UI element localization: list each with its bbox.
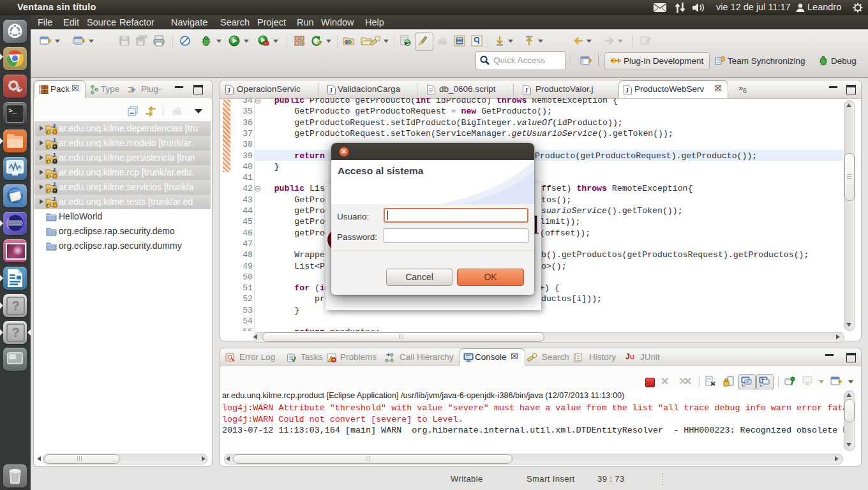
svg-text:!: !	[47, 204, 48, 208]
svg-text:J: J	[227, 87, 230, 94]
svg-text:*: *	[54, 159, 56, 164]
svg-text:J: J	[52, 138, 56, 144]
svg-text:J: J	[525, 87, 528, 94]
svg-text:*: *	[54, 188, 56, 193]
svg-text:J: J	[52, 182, 56, 188]
svg-text:J: J	[52, 152, 56, 158]
svg-text:J: J	[52, 197, 56, 202]
svg-text:J: J	[625, 87, 629, 94]
svg-text:!: !	[47, 145, 48, 149]
svg-text:!: !	[47, 160, 48, 164]
svg-text:!: !	[47, 174, 48, 179]
svg-text:J: J	[52, 167, 56, 173]
svg-text:!: !	[47, 189, 48, 193]
svg-text:*: *	[54, 144, 56, 149]
svg-text:!: !	[47, 130, 48, 135]
svg-text:J: J	[329, 87, 333, 94]
svg-text:J: J	[52, 123, 56, 129]
